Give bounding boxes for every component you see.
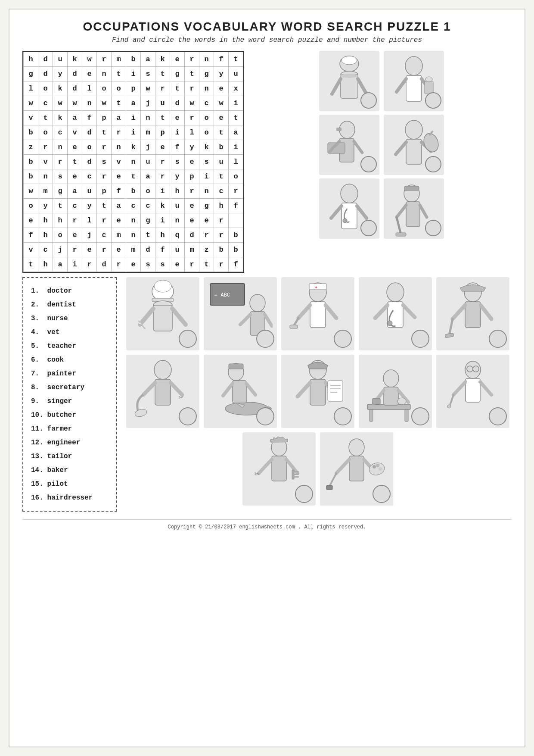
puzzle-cell: e: [82, 67, 97, 81]
puzzle-cell: t: [97, 125, 112, 140]
puzzle-cell: i: [170, 125, 185, 140]
puzzle-cell: r: [155, 155, 170, 169]
illustrations-right: 🍴: [251, 51, 512, 273]
puzzle-cell: e: [112, 243, 126, 257]
puzzle-cell: a: [141, 169, 155, 184]
illus-row-1: 🍴: [251, 51, 512, 111]
circle-badge-cook: [179, 330, 197, 348]
circle-badge-chef: [360, 92, 377, 109]
word-list-items: 1. doctor2. dentist3. nurse4. vet5. teac…: [31, 284, 109, 505]
puzzle-cell: w: [141, 81, 155, 96]
svg-line-108: [480, 382, 491, 395]
puzzle-cell: h: [170, 184, 185, 199]
puzzle-cell: c: [68, 199, 82, 213]
svg-rect-33: [406, 202, 420, 227]
puzzle-cell: d: [68, 67, 82, 81]
svg-rect-117: [294, 476, 299, 478]
puzzle-cell: j: [141, 140, 155, 155]
puzzle-cell: f: [155, 243, 170, 257]
svg-rect-3: [341, 75, 358, 98]
svg-point-20: [405, 120, 422, 139]
illus-hairdresser: ✂: [242, 432, 316, 506]
svg-rect-58: [290, 325, 298, 328]
puzzle-cell: i: [229, 140, 243, 155]
svg-rect-98: [373, 398, 380, 404]
puzzle-cell: e: [82, 243, 97, 257]
svg-line-75: [171, 383, 182, 395]
puzzle-cell: t: [126, 169, 141, 184]
svg-rect-110: [272, 456, 286, 481]
circle-badge-farmer: [489, 330, 507, 348]
puzzle-cell: u: [82, 184, 97, 199]
puzzle-cell: r: [185, 81, 199, 96]
circle-badge-pilot: [256, 407, 274, 425]
svg-line-105: [453, 382, 466, 395]
svg-rect-66: [465, 302, 481, 328]
svg-text:✂: ✂: [255, 469, 260, 479]
website-link[interactable]: englishwsheets.com: [239, 524, 295, 530]
puzzle-cell: d: [141, 243, 155, 257]
svg-point-107: [447, 405, 451, 408]
puzzle-cell: t: [229, 111, 243, 125]
puzzle-cell: a: [229, 125, 243, 140]
list-item: 15. pilot: [31, 477, 109, 491]
puzzle-cell: g: [199, 199, 214, 213]
puzzle-cell: i: [155, 213, 170, 228]
puzzle-cell: d: [82, 125, 97, 140]
svg-rect-87: [328, 381, 343, 401]
puzzle-cell: o: [112, 81, 126, 96]
svg-point-71: [154, 360, 171, 379]
puzzle-cell: o: [38, 81, 53, 96]
puzzle-cell: t: [68, 155, 82, 169]
svg-point-26: [341, 184, 358, 203]
illus-farmer: [436, 277, 509, 350]
puzzle-cell: h: [38, 257, 53, 272]
puzzle-cell: r: [112, 125, 126, 140]
puzzle-cell: x: [229, 81, 243, 96]
puzzle-cell: h: [214, 199, 229, 213]
svg-point-28: [343, 219, 347, 223]
circle-badge-teacher: [256, 330, 274, 348]
puzzle-cell: i: [126, 111, 141, 125]
svg-line-10: [397, 79, 406, 92]
illus-teacher: ✏️ ABC: [204, 277, 277, 350]
puzzle-cell: n: [126, 213, 141, 228]
illus-doctor: [319, 178, 379, 239]
svg-text:✂️: ✂️: [179, 394, 183, 402]
puzzle-cell: d: [82, 155, 97, 169]
list-num: 10.: [31, 408, 43, 422]
puzzle-cell: a: [68, 184, 82, 199]
list-num: 15.: [31, 477, 43, 491]
puzzle-cell: o: [38, 125, 53, 140]
svg-rect-42: [153, 305, 172, 331]
svg-point-94: [383, 370, 399, 387]
puzzle-cell: c: [199, 96, 214, 111]
puzzle-cell: f: [82, 111, 97, 125]
circle-badge-secretary: [360, 156, 377, 172]
puzzle-cell: e: [170, 111, 185, 125]
svg-line-5: [332, 79, 341, 94]
puzzle-cell: s: [199, 155, 214, 169]
puzzle-cell: w: [24, 96, 38, 111]
svg-text:+: +: [315, 285, 317, 290]
puzzle-cell: r: [214, 257, 229, 272]
puzzle-cell: e: [68, 169, 82, 184]
puzzle-cell: n: [199, 184, 214, 199]
svg-line-51: [265, 315, 272, 326]
puzzle-cell: i: [126, 67, 141, 81]
puzzle-cell: d: [68, 81, 82, 96]
illus-butcher: [384, 115, 444, 175]
svg-rect-55: [310, 302, 326, 328]
puzzle-cell: e: [155, 140, 170, 155]
circle-badge-engineer: [334, 407, 352, 425]
list-item: 9. singer: [31, 394, 109, 408]
list-num: 3.: [31, 312, 43, 325]
puzzle-cell: y: [38, 199, 53, 213]
puzzle-cell: u: [170, 199, 185, 213]
list-item: 13. tailor: [31, 450, 109, 463]
svg-rect-84: [310, 379, 326, 405]
svg-line-68: [449, 319, 453, 335]
list-num: 2.: [31, 298, 43, 312]
puzzle-cell: r: [97, 243, 112, 257]
svg-point-14: [339, 121, 355, 138]
